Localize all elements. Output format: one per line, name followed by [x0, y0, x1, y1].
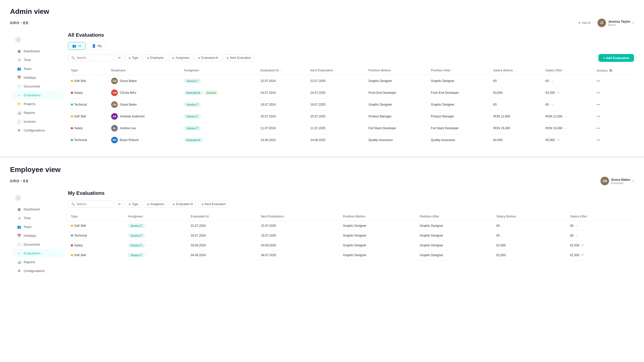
cell-type: Technical: [68, 134, 108, 146]
cell-type: Salary: [68, 241, 125, 250]
table-row: Soft Skill AA Amanda Anderson Jessica T.…: [68, 111, 634, 122]
admin-content: All Evaluations 👥 All 👤 My 🔍: [65, 32, 634, 146]
admin-evaluations-table: Type Employee ↕ Assignees Evaluated At ↕…: [68, 66, 634, 146]
cell-pos-before: Graphic Designer: [340, 250, 417, 260]
admin-user-chevron-icon[interactable]: ▾: [632, 21, 634, 25]
sidebar-item-evaluations[interactable]: ✓ Evaluations: [12, 91, 63, 99]
emp-filter-assignees-button[interactable]: ⊕ Assignees: [144, 201, 167, 208]
add-evaluation-button[interactable]: + Add Evaluation: [598, 54, 634, 62]
cell-assignees: Jessica T.: [125, 250, 188, 260]
tab-my[interactable]: 👤 My: [88, 42, 106, 50]
employee-view-label: Employee view: [10, 166, 634, 174]
col-employee[interactable]: Employee ↕: [108, 66, 181, 75]
cell-next-eval: 25.07.2025: [307, 111, 366, 122]
cell-pos-after: Graphic Designer: [417, 231, 493, 241]
employee-sidebar-collapse-button[interactable]: ‹: [15, 195, 21, 201]
col-next-eval[interactable]: Next Evaluation ↕: [307, 66, 366, 75]
emp-sidebar-item-documents[interactable]: 📄 Documents: [12, 240, 63, 249]
col-sal-after[interactable]: Salary After ↕: [542, 66, 593, 75]
assignee-chip: Jessica T.: [128, 243, 145, 248]
emp-sidebar-item-configurations[interactable]: ⚙ Configurations: [12, 266, 63, 275]
type-dot-icon: [71, 104, 73, 106]
col-evaluated-at[interactable]: Evaluated At ↕: [258, 66, 307, 75]
sidebar-item-configurations[interactable]: ⚙ Configurations: [12, 126, 63, 134]
sidebar-item-holidays[interactable]: 📅 Holidays: [12, 73, 63, 82]
cell-actions: •••: [593, 99, 634, 111]
cell-type: Soft Skill: [68, 221, 125, 231]
actions-menu-button[interactable]: •••: [596, 91, 600, 95]
emp-col-next-eval[interactable]: Next Evaluation ↕: [258, 212, 340, 221]
actions-menu-button[interactable]: •••: [596, 79, 600, 83]
emp-col-sal-after[interactable]: Salary After ↕: [567, 212, 634, 221]
sidebar-item-projects[interactable]: 📁 Projects: [12, 100, 63, 108]
type-dot-icon: [71, 115, 73, 117]
emp-holidays-icon: 📅: [17, 234, 21, 238]
actions-menu-button[interactable]: •••: [596, 103, 600, 107]
actions-menu-button[interactable]: •••: [596, 114, 600, 118]
emp-sidebar-item-evaluations[interactable]: ✓ Evaluations: [12, 249, 63, 257]
employee-avatar: AA: [111, 113, 118, 120]
admin-refresh-button[interactable]: ↻: [115, 54, 123, 62]
emp-filter-evaluated-at-button[interactable]: ⊕ Evaluated At: [169, 201, 196, 208]
employee-refresh-button[interactable]: ↻: [115, 200, 123, 208]
cell-pos-after: Product Manager: [428, 111, 490, 122]
cell-pos-before: Product Manager: [366, 111, 428, 122]
cell-next-eval: 22.07.2025: [307, 75, 366, 87]
employee-user-chevron-icon[interactable]: ▾: [632, 179, 634, 183]
cell-sal-after: €2,500 ↗: [567, 241, 634, 250]
emp-col-evaluated-at[interactable]: Evaluated At ↕: [188, 212, 258, 221]
sidebar-item-invoices[interactable]: 🧾 Invoices: [12, 117, 63, 126]
filter-assignees-button[interactable]: ⊕ Assignees: [169, 54, 192, 61]
filter-type-button[interactable]: ⊕ Type: [125, 54, 142, 61]
type-dot-icon: [71, 80, 73, 82]
salary-arrow-icon: ↗: [557, 138, 559, 142]
emp-sidebar-item-team[interactable]: 👥 Team: [12, 222, 63, 231]
emp-filter-type-button[interactable]: ⊕ Type: [125, 201, 142, 208]
emp-col-sal-before[interactable]: Salary Before ↕: [493, 212, 567, 221]
cell-assignees: Jessica T.: [181, 111, 258, 122]
table-row: Technical GB Grace Baker Jessica T. 19.0…: [68, 99, 634, 111]
admin-search-input[interactable]: [76, 56, 110, 60]
sidebar-item-reports[interactable]: 📊 Reports: [12, 108, 63, 117]
admin-user-details: Jessica Taylor Admin: [608, 20, 630, 26]
cell-pos-before: Full Stack Developer: [366, 122, 428, 134]
admin-search-box[interactable]: 🔍: [68, 54, 113, 61]
filter-evaluated-at-button[interactable]: ⊕ Evaluated At: [195, 54, 221, 61]
emp-sidebar-item-time[interactable]: ◷ Time: [12, 214, 63, 222]
cell-evaluated-at: 14.06.2024: [258, 134, 307, 146]
cell-sal-before: RON 12,000: [490, 111, 543, 122]
emp-sidebar-item-reports[interactable]: 📊 Reports: [12, 258, 63, 266]
admin-avatar: JT: [597, 19, 606, 27]
col-sal-before[interactable]: Salary Before ↕: [490, 66, 543, 75]
admin-sidebar-collapse-button[interactable]: ‹: [15, 37, 21, 43]
sidebar-item-dashboard[interactable]: ▦ Dashboard: [12, 47, 63, 55]
actions-menu-button[interactable]: •••: [596, 138, 600, 142]
emp-evaluations-icon: ✓: [17, 251, 21, 255]
sidebar-item-time[interactable]: ◷ Time: [12, 56, 63, 64]
cell-sal-after: €2,500 ↗: [567, 250, 634, 260]
emp-filter-next-eval-button[interactable]: ⊕ Next Evaluation: [198, 201, 229, 208]
emp-filter-assignees-icon: ⊕: [147, 203, 149, 206]
filter-next-eval-button[interactable]: ⊕ Next Evaluation: [223, 54, 254, 61]
actions-menu-button[interactable]: •••: [596, 126, 600, 130]
filter-employee-button[interactable]: ⊕ Employee: [144, 54, 167, 61]
employee-view-section: Employee view GRO ~ EE GB Grace Baker Em…: [0, 156, 644, 288]
emp-filter-evaluated-icon: ⊕: [173, 203, 175, 206]
emp-documents-icon: 📄: [17, 242, 21, 246]
employee-search-box[interactable]: 🔍: [68, 201, 113, 208]
employee-search-input[interactable]: [76, 202, 110, 206]
type-dot-icon: [71, 92, 73, 94]
sidebar-item-team[interactable]: 👥 Team: [12, 64, 63, 73]
type-dot-icon: [71, 244, 73, 246]
cell-evaluated-at: 25.07.2024: [258, 111, 307, 122]
cell-sal-after: RON 15,000 →: [542, 122, 593, 134]
admin-table-header-row: Type Employee ↕ Assignees Evaluated At ↕…: [68, 66, 634, 75]
admin-user-info: JT Jessica Taylor Admin ▾: [597, 19, 634, 27]
emp-sidebar-item-holidays[interactable]: 📅 Holidays: [12, 231, 63, 240]
sidebar-item-documents[interactable]: 📄 Documents: [12, 82, 63, 90]
cell-sal-after: €3,200 ↗: [542, 87, 593, 99]
ask-ai-button[interactable]: ✦ Ask AI: [578, 21, 590, 25]
emp-sidebar-item-dashboard[interactable]: ▦ Dashboard: [12, 205, 63, 213]
tab-all[interactable]: 👥 All: [68, 42, 86, 50]
cell-pos-after: Graphic Designer: [417, 250, 493, 260]
